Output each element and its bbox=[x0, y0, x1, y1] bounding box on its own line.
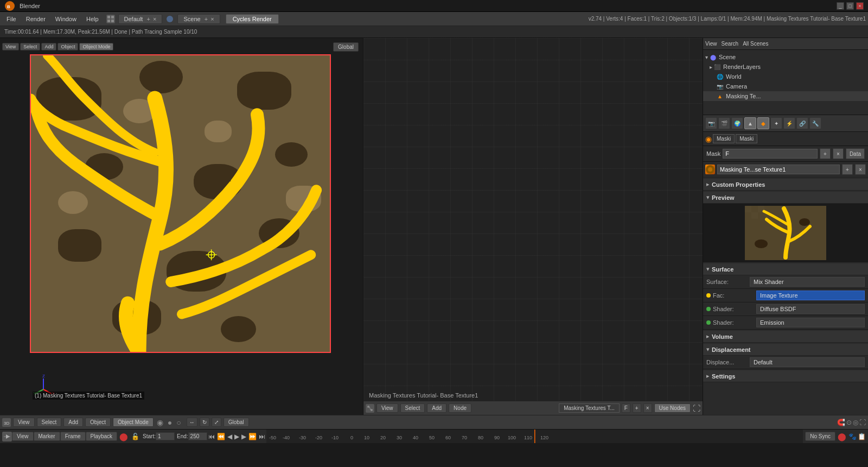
add-btn[interactable]: Add bbox=[63, 418, 83, 427]
search-tab[interactable]: Search bbox=[722, 41, 739, 47]
renderlayers-item[interactable]: ▸ ⬛ RenderLayers bbox=[703, 62, 868, 72]
record-dot[interactable]: ⬤ bbox=[835, 432, 848, 441]
shader2-value[interactable]: Emission bbox=[756, 318, 865, 327]
render-view-btn[interactable]: View bbox=[2, 43, 19, 51]
end-frame-input[interactable] bbox=[188, 432, 207, 440]
timeline-view-btn[interactable]: View bbox=[12, 432, 34, 441]
mask-del-btn[interactable]: × bbox=[833, 148, 844, 159]
node-editor-panel[interactable]: ◆ Image Texture Color Alpha □ Mas bbox=[363, 38, 703, 415]
material-tab[interactable]: Masking Textures T... bbox=[559, 403, 620, 413]
wireframe-icon[interactable]: ○ bbox=[175, 417, 182, 428]
render-mode-btn[interactable]: Object Mode bbox=[79, 43, 113, 51]
particles-prop-icon[interactable]: ✦ bbox=[770, 117, 782, 129]
active-mat-btn2[interactable]: Maski bbox=[736, 134, 757, 143]
play-btn[interactable]: ▶ bbox=[233, 433, 240, 440]
svg-text:-50: -50 bbox=[269, 435, 276, 440]
jump-end-btn[interactable]: ⏭ bbox=[258, 433, 266, 440]
view-tab[interactable]: View bbox=[705, 41, 717, 47]
next-frame-btn[interactable]: ▶ bbox=[240, 433, 247, 440]
menu-window[interactable]: Window bbox=[51, 15, 81, 23]
mat-add-btn[interactable]: + bbox=[842, 164, 853, 175]
camera-item[interactable]: 📷 Camera bbox=[703, 81, 868, 91]
displace-value[interactable]: Default bbox=[750, 357, 865, 367]
render-add-btn[interactable]: Add bbox=[41, 43, 56, 51]
jump-start-btn[interactable]: ⏮ bbox=[207, 433, 216, 440]
material-prop-icon[interactable]: ◆ bbox=[757, 117, 769, 129]
world-prop-icon[interactable]: 🌍 bbox=[731, 117, 743, 129]
material-name[interactable]: Masking Te...se Texture1 bbox=[717, 165, 840, 174]
grab-icon[interactable]: ↔ bbox=[187, 418, 197, 427]
node-add-btn[interactable]: Add bbox=[427, 403, 446, 413]
mat-del-btn[interactable]: × bbox=[855, 164, 866, 175]
select-btn[interactable]: Select bbox=[37, 418, 62, 427]
world-item[interactable]: 🌐 World bbox=[703, 72, 868, 81]
scene-tab[interactable]: Scene + × bbox=[177, 14, 220, 24]
proportional-icon[interactable]: ⊙ bbox=[846, 419, 852, 426]
prev-frame-btn[interactable]: ◀ bbox=[226, 433, 233, 440]
mask-name-input[interactable] bbox=[723, 149, 818, 159]
node-full-btn[interactable]: ⛶ bbox=[693, 404, 700, 413]
timeline-frame-btn[interactable]: Frame bbox=[60, 432, 86, 441]
scene-root-item[interactable]: ▾ ⬤ Scene bbox=[703, 52, 868, 62]
start-frame-input[interactable] bbox=[156, 432, 175, 440]
maximize-button[interactable]: □ bbox=[846, 2, 854, 10]
surface-section[interactable]: ▾ Surface bbox=[703, 263, 868, 275]
object-btn[interactable]: Object bbox=[85, 418, 111, 427]
material-flag[interactable]: F bbox=[622, 403, 630, 413]
timeline-playback-btn[interactable]: Playback bbox=[86, 432, 118, 441]
workspace-tab[interactable]: Default + × bbox=[118, 14, 163, 24]
constraints-prop-icon[interactable]: 🔗 bbox=[796, 117, 808, 129]
mask-add-btn[interactable]: + bbox=[820, 148, 831, 159]
custom-props-section[interactable]: ▸ Custom Properties bbox=[703, 179, 868, 191]
modifiers-prop-icon[interactable]: 🔧 bbox=[809, 117, 821, 129]
masking-item[interactable]: ▲ Masking Te... bbox=[703, 91, 868, 101]
active-mat-btn1[interactable]: Maski bbox=[713, 134, 735, 143]
material-add-btn[interactable]: + bbox=[633, 403, 641, 413]
snap-icon[interactable]: 🧲 bbox=[837, 419, 845, 426]
node-node-btn[interactable]: Node bbox=[449, 403, 471, 413]
settings-section[interactable]: ▸ Settings bbox=[703, 370, 868, 382]
step-fwd-btn[interactable]: ⏩ bbox=[247, 433, 258, 440]
global-mode-btn[interactable]: Global bbox=[333, 42, 359, 52]
object-mode-btn[interactable]: Object Mode bbox=[113, 418, 154, 427]
preview-section[interactable]: ▾ Preview bbox=[703, 192, 868, 204]
shader1-value[interactable]: Diffuse BSDF bbox=[756, 304, 865, 314]
render-mode-icon[interactable]: ◉ bbox=[156, 417, 164, 428]
view-btn[interactable]: View bbox=[13, 418, 35, 427]
record-icon[interactable]: ⬤ bbox=[117, 432, 130, 441]
node-select-btn[interactable]: Select bbox=[400, 403, 425, 413]
nosync-btn[interactable]: No Sync bbox=[805, 432, 835, 441]
timeline-ruler[interactable]: -50 -40 -30 -20 -10 0 10 20 30 40 50 60 … bbox=[266, 430, 803, 443]
scale-icon[interactable]: ⤢ bbox=[212, 418, 221, 427]
surface-value[interactable]: Mix Shader bbox=[750, 277, 865, 287]
render-object-btn[interactable]: Object bbox=[58, 43, 78, 51]
full-screen-icon[interactable]: ⛶ bbox=[859, 419, 866, 426]
menu-help[interactable]: Help bbox=[82, 15, 103, 23]
global-btn[interactable]: Global bbox=[224, 418, 249, 427]
menu-file[interactable]: File bbox=[2, 15, 21, 23]
step-back-btn[interactable]: ⏪ bbox=[216, 433, 226, 440]
physics-prop-icon[interactable]: ⚡ bbox=[783, 117, 795, 129]
scene-prop-icon[interactable]: 🎬 bbox=[718, 117, 730, 129]
window-controls[interactable]: _ □ × bbox=[837, 2, 864, 10]
pivot-icon[interactable]: ◎ bbox=[853, 419, 858, 426]
rotate-icon[interactable]: ↻ bbox=[200, 418, 209, 427]
use-nodes-btn[interactable]: Use Nodes bbox=[654, 403, 691, 413]
render-select-btn[interactable]: Select bbox=[20, 43, 40, 51]
volume-section[interactable]: ▸ Volume bbox=[703, 331, 868, 343]
close-button[interactable]: × bbox=[856, 2, 864, 10]
properties-icons: 📷 🎬 🌍 ▲ ◆ ✦ ⚡ 🔗 🔧 bbox=[703, 115, 868, 132]
menu-render[interactable]: Render bbox=[22, 15, 50, 23]
fac-value[interactable]: Image Texture bbox=[756, 291, 865, 300]
render-prop-icon[interactable]: 📷 bbox=[705, 117, 717, 129]
material-del-btn[interactable]: × bbox=[643, 403, 652, 413]
object-prop-icon[interactable]: ▲ bbox=[744, 117, 756, 129]
solid-icon[interactable]: ● bbox=[167, 417, 173, 428]
minimize-button[interactable]: _ bbox=[837, 2, 844, 10]
engine-selector[interactable]: Cycles Render bbox=[226, 14, 279, 24]
displacement-section[interactable]: ▾ Displacement bbox=[703, 344, 868, 356]
node-view-btn[interactable]: View bbox=[376, 403, 398, 413]
timeline-marker-btn[interactable]: Marker bbox=[34, 432, 60, 441]
all-scenes-tab[interactable]: All Scenes bbox=[743, 41, 768, 47]
data-btn[interactable]: Data bbox=[846, 148, 865, 159]
